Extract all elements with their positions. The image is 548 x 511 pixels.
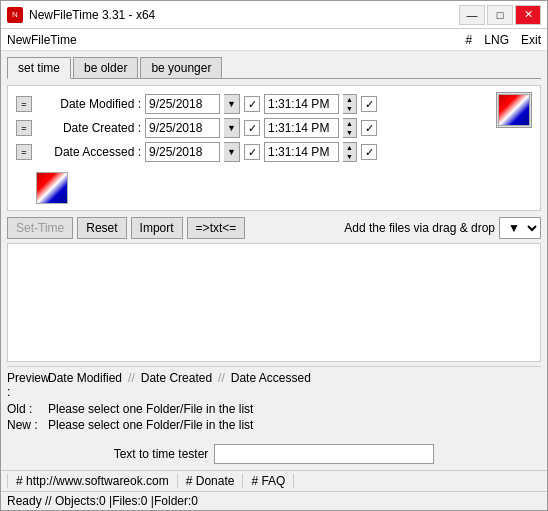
- tab-set-time[interactable]: set time: [7, 57, 71, 79]
- datetime-wrapper: = Date Modified : ▼ ✓ ▲ ▼ ✓: [16, 92, 532, 164]
- date-accessed-date-check[interactable]: ✓: [244, 144, 260, 160]
- maximize-button[interactable]: □: [487, 5, 513, 25]
- preview-sep-1: //: [128, 371, 135, 399]
- content-area: set time be older be younger = Date Modi…: [1, 51, 547, 470]
- date-created-equals-btn[interactable]: =: [16, 120, 32, 136]
- date-accessed-row: = Date Accessed : ▼ ✓ ▲ ▼ ✓: [16, 140, 488, 164]
- corner-icon-top: [496, 92, 532, 128]
- rows-wrapper: = Date Modified : ▼ ✓ ▲ ▼ ✓: [16, 92, 488, 164]
- import-button[interactable]: Import: [131, 217, 183, 239]
- reset-button[interactable]: Reset: [77, 217, 126, 239]
- preview-section: Preview : Date Modified // Date Created …: [7, 366, 541, 434]
- date-modified-time-check[interactable]: ✓: [361, 96, 377, 112]
- set-time-button[interactable]: Set-Time: [7, 217, 73, 239]
- text-tester-input[interactable]: [214, 444, 434, 464]
- old-row: Old : Please select one Folder/File in t…: [7, 402, 541, 416]
- date-accessed-time-check[interactable]: ✓: [361, 144, 377, 160]
- text-tester-row: Text to time tester: [7, 444, 541, 464]
- footer-link-website[interactable]: # http://www.softwareok.com: [7, 474, 178, 488]
- date-created-time-spin[interactable]: ▲ ▼: [343, 118, 357, 138]
- footer-link-faq[interactable]: # FAQ: [243, 474, 294, 488]
- tab-bar: set time be older be younger: [7, 57, 541, 79]
- new-value: Please select one Folder/File in the lis…: [48, 418, 253, 432]
- date-modified-equals-btn[interactable]: =: [16, 96, 32, 112]
- date-created-date-check[interactable]: ✓: [244, 120, 260, 136]
- date-created-date-input[interactable]: [145, 118, 220, 138]
- date-accessed-date-dropdown[interactable]: ▼: [224, 142, 240, 162]
- preview-col-date-accessed: Date Accessed: [231, 371, 311, 399]
- date-accessed-equals-btn[interactable]: =: [16, 144, 32, 160]
- title-bar: N NewFileTime 3.31 - x64 — □ ✕: [1, 1, 547, 29]
- menu-exit[interactable]: Exit: [521, 33, 541, 47]
- close-button[interactable]: ✕: [515, 5, 541, 25]
- date-modified-time-input[interactable]: [264, 94, 339, 114]
- app-name: NewFileTime: [7, 33, 77, 47]
- date-accessed-spin-up[interactable]: ▲: [343, 143, 356, 152]
- new-row: New : Please select one Folder/File in t…: [7, 418, 541, 432]
- preview-columns: Date Modified // Date Created // Date Ac…: [48, 371, 311, 399]
- tab-be-older[interactable]: be older: [73, 57, 138, 78]
- date-created-spin-down[interactable]: ▼: [343, 128, 356, 137]
- datetime-section: = Date Modified : ▼ ✓ ▲ ▼ ✓: [7, 85, 541, 211]
- footer-link-donate[interactable]: # Donate: [178, 474, 244, 488]
- side-icon-bottom: [36, 172, 68, 204]
- window-title: NewFileTime 3.31 - x64: [29, 8, 155, 22]
- status-bar: Ready // Objects:0 |Files:0 |Folder:0: [1, 491, 547, 510]
- date-modified-date-dropdown[interactable]: ▼: [224, 94, 240, 114]
- preview-sep-2: //: [218, 371, 225, 399]
- preview-header-row: Preview : Date Modified // Date Created …: [7, 371, 541, 399]
- menu-hash[interactable]: #: [466, 33, 473, 47]
- txt-button[interactable]: =>txt<=: [187, 217, 246, 239]
- preview-col-date-created: Date Created: [141, 371, 212, 399]
- toolbar-right: Add the files via drag & drop ▼: [344, 217, 541, 239]
- status-text: Ready // Objects:0 |Files:0 |Folder:0: [7, 494, 198, 508]
- title-bar-left: N NewFileTime 3.31 - x64: [7, 7, 155, 23]
- date-modified-row: = Date Modified : ▼ ✓ ▲ ▼ ✓: [16, 92, 488, 116]
- date-created-label: Date Created :: [36, 121, 141, 135]
- preview-col-date-modified: Date Modified: [48, 371, 122, 399]
- date-modified-label: Date Modified :: [36, 97, 141, 111]
- date-created-row: = Date Created : ▼ ✓ ▲ ▼ ✓: [16, 116, 488, 140]
- menu-right: # LNG Exit: [466, 33, 541, 47]
- minimize-button[interactable]: —: [459, 5, 485, 25]
- file-list[interactable]: [7, 243, 541, 362]
- toolbar: Set-Time Reset Import =>txt<= Add the fi…: [7, 217, 541, 239]
- preview-label: Preview :: [7, 371, 42, 399]
- title-controls: — □ ✕: [459, 5, 541, 25]
- footer-links: # http://www.softwareok.com # Donate # F…: [1, 470, 547, 491]
- date-modified-spin-down[interactable]: ▼: [343, 104, 356, 113]
- date-created-date-dropdown[interactable]: ▼: [224, 118, 240, 138]
- date-modified-date-check[interactable]: ✓: [244, 96, 260, 112]
- date-modified-date-input[interactable]: [145, 94, 220, 114]
- date-accessed-time-input[interactable]: [264, 142, 339, 162]
- date-modified-spin-up[interactable]: ▲: [343, 95, 356, 104]
- new-label: New :: [7, 418, 42, 432]
- old-new-section: Old : Please select one Folder/File in t…: [7, 402, 541, 432]
- old-label: Old :: [7, 402, 42, 416]
- main-window: N NewFileTime 3.31 - x64 — □ ✕ NewFileTi…: [0, 0, 548, 511]
- date-modified-time-spin[interactable]: ▲ ▼: [343, 94, 357, 114]
- menu-lng[interactable]: LNG: [484, 33, 509, 47]
- text-tester-label: Text to time tester: [114, 447, 209, 461]
- date-accessed-spin-down[interactable]: ▼: [343, 152, 356, 161]
- date-accessed-date-input[interactable]: [145, 142, 220, 162]
- app-icon: N: [7, 7, 23, 23]
- drag-dropdown[interactable]: ▼: [499, 217, 541, 239]
- drag-label: Add the files via drag & drop: [344, 221, 495, 235]
- date-accessed-label: Date Accessed :: [36, 145, 141, 159]
- tab-be-younger[interactable]: be younger: [140, 57, 222, 78]
- date-accessed-time-spin[interactable]: ▲ ▼: [343, 142, 357, 162]
- menu-bar: NewFileTime # LNG Exit: [1, 29, 547, 51]
- old-value: Please select one Folder/File in the lis…: [48, 402, 253, 416]
- date-created-spin-up[interactable]: ▲: [343, 119, 356, 128]
- date-created-time-check[interactable]: ✓: [361, 120, 377, 136]
- date-created-time-input[interactable]: [264, 118, 339, 138]
